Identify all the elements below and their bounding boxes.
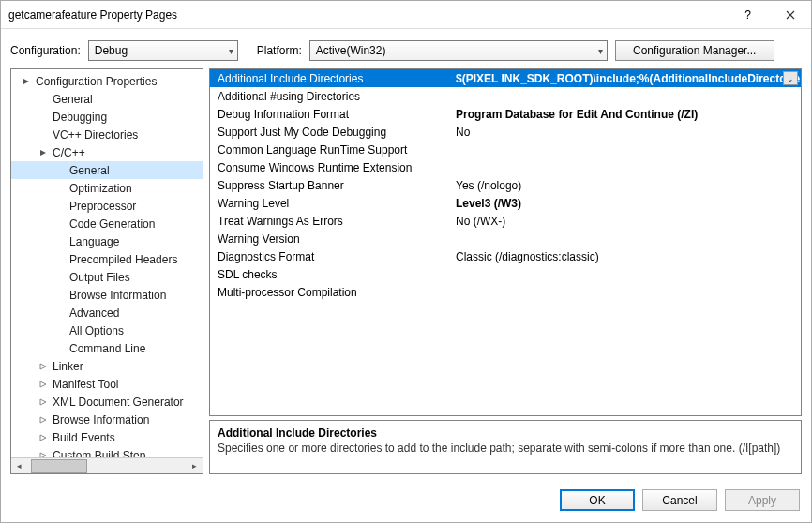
tree-item[interactable]: Browse Information bbox=[11, 286, 203, 304]
property-value[interactable]: Level3 (/W3) bbox=[450, 197, 801, 210]
tree-item[interactable]: Custom Build Step bbox=[11, 446, 203, 457]
no-icon bbox=[54, 307, 66, 319]
tree-item[interactable]: Command Line bbox=[11, 339, 203, 357]
tree-item-label: Manifest Tool bbox=[51, 378, 118, 391]
collapse-icon[interactable] bbox=[38, 147, 49, 158]
tree-item-label: Code Generation bbox=[68, 217, 155, 231]
description-title: Additional Include Directories bbox=[218, 426, 793, 440]
scroll-left-icon[interactable]: ◂ bbox=[11, 458, 27, 474]
tree-item[interactable]: Code Generation bbox=[11, 215, 203, 232]
tree-item[interactable]: Output Files bbox=[11, 268, 203, 286]
scroll-right-icon[interactable]: ▸ bbox=[187, 458, 203, 474]
expand-icon[interactable] bbox=[38, 379, 49, 390]
property-name: Warning Level bbox=[210, 197, 450, 210]
tree-item-label: XML Document Generator bbox=[51, 396, 184, 409]
property-value[interactable]: Classic (/diagnostics:classic) bbox=[450, 250, 801, 263]
ok-button[interactable]: OK bbox=[560, 489, 635, 511]
expand-icon[interactable] bbox=[38, 361, 49, 372]
close-icon bbox=[786, 10, 795, 20]
tree-item-label: Precompiled Headers bbox=[68, 253, 177, 266]
property-row[interactable]: Diagnostics FormatClassic (/diagnostics:… bbox=[210, 247, 801, 265]
platform-label: Platform: bbox=[257, 44, 302, 57]
property-name: Suppress Startup Banner bbox=[210, 179, 450, 192]
property-name: Treat Warnings As Errors bbox=[210, 215, 450, 228]
config-select[interactable]: Debug ▾ bbox=[88, 40, 238, 61]
property-name: Additional #using Directories bbox=[210, 90, 450, 103]
tree-item-label: Preprocessor bbox=[68, 200, 136, 213]
window-title: getcamerafeature Property Pages bbox=[8, 8, 727, 22]
tree-item[interactable]: Optimization bbox=[11, 179, 203, 197]
property-value[interactable]: Yes (/nologo) bbox=[450, 179, 801, 192]
tree-item[interactable]: Linker bbox=[11, 357, 203, 375]
dropdown-icon[interactable]: ⌄ bbox=[783, 71, 798, 85]
property-name: Consume Windows Runtime Extension bbox=[210, 161, 450, 174]
tree-item[interactable]: Build Events bbox=[11, 428, 203, 446]
tree-item[interactable]: Advanced bbox=[11, 304, 203, 321]
scroll-thumb[interactable] bbox=[31, 459, 87, 473]
no-icon bbox=[54, 183, 66, 194]
tree-item[interactable]: Browse Information bbox=[11, 411, 203, 428]
help-button[interactable]: ? bbox=[727, 1, 769, 29]
tree-item-label: Command Line bbox=[68, 342, 145, 355]
tree-item-label: Browse Information bbox=[68, 289, 166, 302]
tree-item[interactable]: XML Document Generator bbox=[11, 393, 203, 411]
description-text: Specifies one or more directories to add… bbox=[218, 441, 793, 455]
tree-item-label: Advanced bbox=[68, 306, 119, 320]
property-row[interactable]: Warning LevelLevel3 (/W3) bbox=[210, 194, 801, 212]
property-grid[interactable]: Additional Include Directories$(PIXEL IN… bbox=[209, 68, 802, 416]
tree-item[interactable]: Configuration Properties bbox=[11, 72, 203, 90]
no-icon bbox=[54, 254, 66, 265]
property-row[interactable]: Warning Version bbox=[210, 230, 801, 247]
property-row[interactable]: Support Just My Code DebuggingNo bbox=[210, 123, 801, 141]
config-manager-button[interactable]: Configuration Manager... bbox=[615, 40, 774, 61]
expand-icon[interactable] bbox=[38, 432, 49, 443]
tree-item[interactable]: VC++ Directories bbox=[11, 126, 203, 143]
expand-icon[interactable] bbox=[38, 450, 49, 458]
property-name: Warning Version bbox=[210, 232, 450, 246]
property-row[interactable]: Consume Windows Runtime Extension bbox=[210, 158, 801, 176]
property-row[interactable]: Treat Warnings As ErrorsNo (/WX-) bbox=[210, 212, 801, 230]
property-value[interactable]: No (/WX-) bbox=[450, 215, 801, 228]
property-row[interactable]: Additional Include Directories$(PIXEL IN… bbox=[210, 69, 801, 87]
property-name: Diagnostics Format bbox=[210, 250, 450, 263]
platform-select[interactable]: Active(Win32) ▾ bbox=[309, 40, 608, 61]
property-value[interactable]: $(PIXEL INK_SDK_ROOT)\include;%(Addition… bbox=[450, 72, 801, 85]
chevron-down-icon: ▾ bbox=[598, 46, 603, 56]
tree-item-label: Optimization bbox=[68, 182, 132, 195]
property-row[interactable]: Multi-processor Compilation bbox=[210, 283, 801, 301]
property-row[interactable]: Common Language RunTime Support bbox=[210, 141, 801, 158]
tree-item[interactable]: C/C++ bbox=[11, 143, 203, 161]
config-row: Configuration: Debug ▾ Platform: Active(… bbox=[1, 29, 811, 68]
tree-scrollbar[interactable]: ◂ ▸ bbox=[11, 457, 203, 473]
tree-item[interactable]: General bbox=[11, 90, 203, 108]
tree-panel: Configuration PropertiesGeneralDebugging… bbox=[10, 68, 203, 474]
tree-item-label: General bbox=[51, 93, 93, 106]
property-value[interactable]: No bbox=[450, 126, 801, 139]
property-row[interactable]: Suppress Startup BannerYes (/nologo) bbox=[210, 176, 801, 194]
tree-item[interactable]: All Options bbox=[11, 321, 203, 339]
close-button[interactable] bbox=[769, 1, 811, 29]
property-row[interactable]: Debug Information FormatProgram Database… bbox=[210, 105, 801, 123]
tree-item-label: C/C++ bbox=[51, 146, 85, 159]
apply-button[interactable]: Apply bbox=[725, 489, 800, 511]
property-name: Additional Include Directories bbox=[210, 72, 450, 85]
tree-item-label: General bbox=[68, 164, 110, 177]
collapse-icon[interactable] bbox=[21, 76, 32, 87]
no-icon bbox=[54, 272, 66, 283]
tree-item-label: Custom Build Step bbox=[51, 449, 145, 458]
tree-item[interactable]: General bbox=[11, 161, 203, 179]
no-icon bbox=[54, 165, 66, 176]
tree-item[interactable]: Preprocessor bbox=[11, 197, 203, 215]
expand-icon[interactable] bbox=[38, 396, 49, 408]
cancel-button[interactable]: Cancel bbox=[642, 489, 717, 511]
tree-item[interactable]: Precompiled Headers bbox=[11, 250, 203, 268]
expand-icon[interactable] bbox=[38, 414, 49, 426]
property-row[interactable]: SDL checks bbox=[210, 265, 801, 283]
tree-item[interactable]: Manifest Tool bbox=[11, 375, 203, 393]
property-value[interactable]: Program Database for Edit And Continue (… bbox=[450, 108, 801, 121]
tree-item[interactable]: Debugging bbox=[11, 108, 203, 126]
tree[interactable]: Configuration PropertiesGeneralDebugging… bbox=[11, 69, 203, 457]
property-row[interactable]: Additional #using Directories bbox=[210, 87, 801, 105]
tree-item[interactable]: Language bbox=[11, 232, 203, 250]
tree-item-label: Linker bbox=[51, 360, 83, 373]
